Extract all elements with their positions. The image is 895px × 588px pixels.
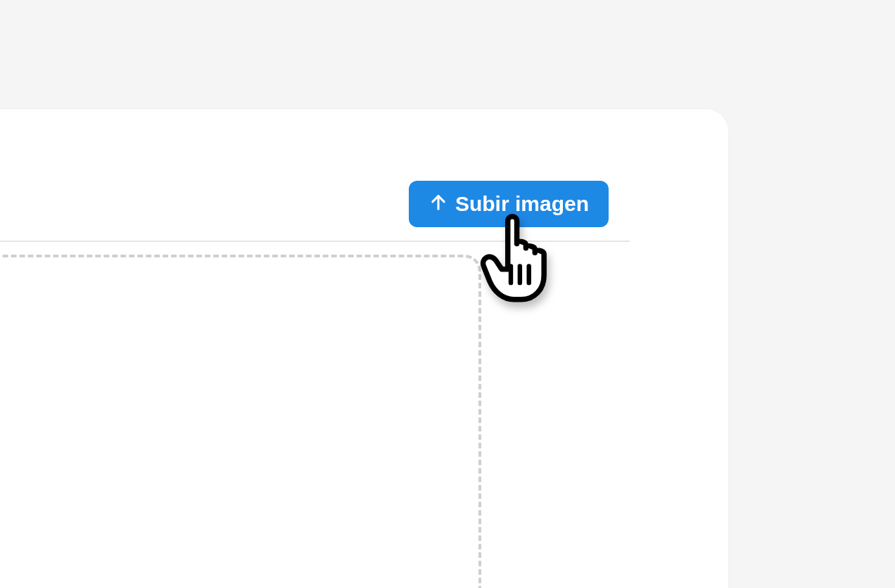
upload-button[interactable]: Subir imagen xyxy=(409,181,609,227)
page-frame: Subir imagen xyxy=(0,0,895,588)
upload-panel: Subir imagen xyxy=(0,109,728,588)
upload-button-label: Subir imagen xyxy=(455,192,589,216)
header-divider xyxy=(0,241,630,242)
panel-header: Subir imagen xyxy=(0,176,728,232)
image-dropzone[interactable] xyxy=(0,255,481,588)
arrow-up-icon xyxy=(429,193,448,216)
